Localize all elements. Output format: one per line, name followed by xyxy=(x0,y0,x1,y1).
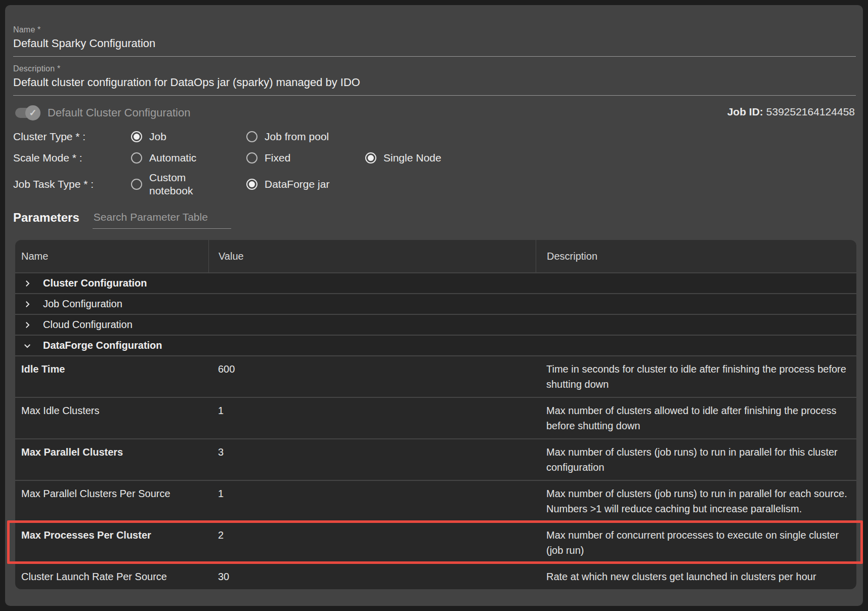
table-row-max-parallel-clusters-per-source[interactable]: Max Parallel Clusters Per Source 1 Max n… xyxy=(15,480,856,521)
default-configuration-row: ✓ Default Cluster Configuration Job ID:5… xyxy=(13,104,856,122)
radio-icon[interactable] xyxy=(246,152,257,164)
parameters-bar: Parameters xyxy=(13,209,856,229)
default-configuration-label: Default Cluster Configuration xyxy=(48,106,190,119)
radio-option-job[interactable]: Job xyxy=(131,131,246,143)
group-label: DataForge Configuration xyxy=(43,340,162,351)
radio-option-label: Fixed xyxy=(265,152,290,164)
search-input[interactable] xyxy=(93,209,231,229)
column-header-value: Value xyxy=(208,240,536,272)
chevron-down-icon xyxy=(22,341,32,351)
table-header: Name Value Description xyxy=(15,240,856,272)
job-task-type-group: Job Task Type * : Custom notebook DataFo… xyxy=(13,170,856,199)
radio-option-label: Single Node xyxy=(383,152,441,164)
param-description: Rate at which new clusters get launched … xyxy=(536,569,856,584)
param-description: Max number of clusters (job runs) to run… xyxy=(536,486,856,516)
radio-option-label: Custom notebook xyxy=(149,171,206,197)
param-description: Time in seconds for cluster to idle afte… xyxy=(536,361,856,392)
description-field-value[interactable]: Default cluster configuration for DataOp… xyxy=(13,76,856,89)
group-label: Job Configuration xyxy=(43,298,122,310)
chevron-right-icon xyxy=(22,278,32,289)
radio-icon[interactable] xyxy=(131,131,142,142)
cluster-configuration-panel: Name * Default Sparky Configuration Desc… xyxy=(5,5,863,606)
check-icon: ✓ xyxy=(25,105,40,120)
table-row-max-processes-per-cluster[interactable]: Max Processes Per Cluster 2 Max number o… xyxy=(15,521,856,563)
name-field-value[interactable]: Default Sparky Configuration xyxy=(13,37,856,50)
description-field[interactable]: Description * Default cluster configurat… xyxy=(13,64,856,96)
param-name: Max Processes Per Cluster xyxy=(15,527,208,558)
column-header-name: Name xyxy=(15,240,208,272)
job-id-label: Job ID: xyxy=(727,106,763,117)
group-label: Cluster Configuration xyxy=(43,277,147,289)
job-task-type-label: Job Task Type * : xyxy=(13,178,131,190)
group-row-cloud-configuration[interactable]: Cloud Configuration xyxy=(15,314,856,335)
param-description: Max number of concurrent processes to ex… xyxy=(536,527,856,558)
radio-option-automatic[interactable]: Automatic xyxy=(131,152,246,164)
param-value[interactable]: 600 xyxy=(208,361,536,392)
radio-option-label: DataForge jar xyxy=(265,178,329,190)
cluster-type-label: Cluster Type * : xyxy=(13,131,131,143)
radio-option-single-node[interactable]: Single Node xyxy=(365,152,441,164)
param-value[interactable]: 30 xyxy=(208,569,536,584)
parameters-heading: Parameters xyxy=(13,211,79,229)
param-description: Max number of clusters allowed to idle a… xyxy=(536,403,856,433)
description-field-label: Description * xyxy=(13,64,856,73)
default-configuration-toggle[interactable]: ✓ xyxy=(15,108,39,118)
radio-option-dataforge-jar[interactable]: DataForge jar xyxy=(246,178,365,190)
radio-option-label: Job xyxy=(149,131,166,143)
param-name: Max Parallel Clusters xyxy=(15,444,208,475)
chevron-right-icon xyxy=(22,320,32,330)
scale-mode-label: Scale Mode * : xyxy=(13,152,131,164)
job-id: Job ID:539252164124458 xyxy=(727,106,855,118)
chevron-right-icon xyxy=(22,299,32,309)
table-row-idle-time[interactable]: Idle Time 600 Time in seconds for cluste… xyxy=(15,355,856,397)
name-field-label: Name * xyxy=(13,25,856,34)
group-label: Cloud Configuration xyxy=(43,319,133,331)
radio-option-job-from-pool[interactable]: Job from pool xyxy=(246,131,365,143)
param-value[interactable]: 1 xyxy=(208,403,536,433)
cluster-type-group: Cluster Type * : Job Job from pool xyxy=(13,127,856,146)
param-name: Idle Time xyxy=(15,361,208,392)
param-value[interactable]: 1 xyxy=(208,486,536,516)
param-name: Max Parallel Clusters Per Source xyxy=(15,486,208,516)
job-id-value: 539252164124458 xyxy=(766,106,855,117)
group-row-job-configuration[interactable]: Job Configuration xyxy=(15,293,856,314)
column-header-description: Description xyxy=(536,240,856,272)
radio-icon[interactable] xyxy=(246,131,257,142)
name-field[interactable]: Name * Default Sparky Configuration xyxy=(13,25,856,57)
table-row-max-parallel-clusters[interactable]: Max Parallel Clusters 3 Max number of cl… xyxy=(15,438,856,480)
param-name: Max Idle Clusters xyxy=(15,403,208,433)
param-value[interactable]: 2 xyxy=(208,527,536,558)
radio-option-custom-notebook[interactable]: Custom notebook xyxy=(131,171,246,197)
table-row-max-idle-clusters[interactable]: Max Idle Clusters 1 Max number of cluste… xyxy=(15,397,856,438)
table-row-cluster-launch-rate-per-source[interactable]: Cluster Launch Rate Per Source 30 Rate a… xyxy=(15,563,856,589)
group-row-cluster-configuration[interactable]: Cluster Configuration xyxy=(15,272,856,293)
parameter-table: Name Value Description Cluster Configura… xyxy=(15,240,856,589)
radio-icon[interactable] xyxy=(131,152,142,164)
param-description: Max number of clusters (job runs) to run… xyxy=(536,444,856,475)
radio-option-label: Job from pool xyxy=(265,131,329,143)
radio-icon[interactable] xyxy=(246,179,257,190)
group-row-dataforge-configuration[interactable]: DataForge Configuration xyxy=(15,335,856,355)
scale-mode-group: Scale Mode * : Automatic Fixed Single No… xyxy=(13,148,856,168)
radio-icon[interactable] xyxy=(365,152,376,164)
radio-option-fixed[interactable]: Fixed xyxy=(246,152,365,164)
param-name: Cluster Launch Rate Per Source xyxy=(15,569,208,584)
radio-icon[interactable] xyxy=(131,179,142,190)
param-value[interactable]: 3 xyxy=(208,444,536,475)
radio-option-label: Automatic xyxy=(149,152,196,164)
